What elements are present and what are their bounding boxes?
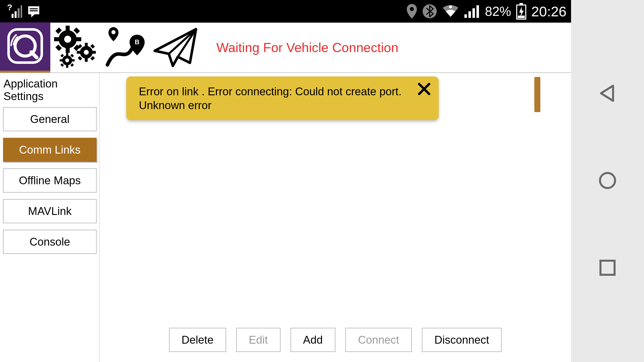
svg-rect-42 — [90, 44, 95, 49]
svg-point-44 — [65, 58, 69, 62]
svg-rect-46 — [66, 65, 68, 68]
svg-text:B: B — [135, 38, 140, 46]
sidebar-item-general[interactable]: General — [3, 107, 97, 131]
svg-rect-37 — [77, 51, 80, 54]
sidebar-item-label: Console — [29, 236, 70, 248]
gears-icon — [52, 26, 99, 69]
svg-marker-19 — [519, 7, 524, 17]
svg-rect-48 — [72, 59, 75, 62]
svg-line-22 — [31, 52, 37, 58]
sidebar-item-label: MAVLink — [28, 205, 72, 217]
settings-sidebar: Application Settings General Comm Links … — [0, 73, 100, 362]
sidebar-item-label: General — [30, 113, 70, 125]
svg-rect-18 — [518, 16, 525, 18]
error-alert-message: Error on link . Error connecting: Could … — [139, 84, 406, 112]
svg-rect-27 — [54, 37, 59, 41]
content-area: Error on link . Error connecting: Could … — [100, 73, 571, 362]
button-label: Connect — [358, 334, 399, 346]
cell-signal-icon — [464, 4, 480, 18]
sidebar-item-offline-maps[interactable]: Offline Maps — [3, 168, 97, 193]
button-label: Add — [303, 334, 323, 346]
battery-percent-label: 82% — [485, 4, 511, 19]
clock-label: 20:26 — [531, 3, 567, 20]
edit-button[interactable]: Edit — [236, 328, 280, 352]
svg-rect-49 — [60, 54, 64, 57]
svg-rect-7 — [30, 8, 38, 9]
svg-marker-6 — [31, 14, 35, 17]
disconnect-button[interactable]: Disconnect — [422, 328, 502, 352]
sidebar-item-comm-links[interactable]: Comm Links — [3, 138, 97, 162]
svg-rect-15 — [476, 5, 479, 18]
wifi-icon — [442, 4, 459, 18]
fly-button[interactable] — [151, 22, 201, 73]
svg-marker-60 — [601, 86, 613, 101]
app-toolbar: A B Waiting For Vehicle Connection — [0, 23, 571, 73]
nav-back-button[interactable] — [595, 81, 620, 106]
location-icon — [406, 4, 418, 19]
comm-link-entry[interactable] — [534, 77, 540, 112]
android-nav-bar — [571, 0, 644, 362]
battery-charging-icon — [516, 3, 527, 20]
sidebar-item-mavlink[interactable]: MAVLink — [3, 199, 97, 223]
svg-rect-13 — [468, 11, 471, 18]
sidebar-item-console[interactable]: Console — [3, 230, 97, 254]
unknown-signal-icon: ? — [5, 4, 22, 19]
waypoints-icon: A B — [102, 26, 150, 69]
back-triangle-icon — [597, 83, 618, 104]
nav-recent-button[interactable] — [595, 256, 620, 281]
svg-rect-36 — [85, 58, 88, 62]
svg-point-24 — [64, 36, 71, 43]
svg-rect-2 — [15, 11, 17, 18]
svg-rect-29 — [55, 27, 62, 34]
svg-rect-26 — [66, 48, 70, 53]
svg-rect-40 — [90, 56, 95, 61]
svg-point-61 — [600, 173, 615, 188]
android-status-bar: ? — [0, 0, 571, 23]
add-button[interactable]: Add — [291, 328, 335, 352]
qgc-logo-icon — [5, 26, 45, 67]
connect-button[interactable]: Connect — [345, 328, 412, 352]
svg-rect-14 — [472, 8, 475, 18]
bluetooth-icon — [422, 4, 437, 19]
svg-point-34 — [84, 50, 89, 55]
chat-notification-icon — [27, 4, 41, 18]
svg-rect-45 — [66, 53, 68, 56]
button-label: Disconnect — [434, 334, 489, 346]
svg-rect-28 — [76, 37, 81, 41]
connection-status-label: Waiting For Vehicle Connection — [216, 40, 398, 55]
svg-rect-1 — [12, 14, 14, 18]
svg-rect-4 — [21, 5, 22, 18]
svg-rect-62 — [600, 261, 615, 275]
svg-rect-8 — [30, 10, 38, 11]
sidebar-item-label: Offline Maps — [19, 174, 81, 187]
button-label: Delete — [182, 334, 214, 346]
svg-rect-50 — [70, 63, 74, 67]
paper-plane-icon — [152, 26, 200, 69]
svg-rect-35 — [85, 43, 88, 46]
svg-point-11 — [449, 5, 452, 8]
svg-rect-25 — [66, 26, 70, 31]
setup-button[interactable] — [50, 22, 101, 73]
error-alert: Error on link . Error connecting: Could … — [126, 76, 439, 120]
svg-rect-3 — [18, 8, 20, 18]
svg-rect-41 — [78, 56, 82, 61]
button-label: Edit — [249, 334, 268, 346]
recent-square-icon — [597, 258, 618, 279]
svg-rect-38 — [92, 51, 96, 54]
close-icon — [417, 93, 431, 97]
svg-text:A: A — [112, 30, 115, 35]
sidebar-title: Application Settings — [4, 77, 96, 103]
home-circle-icon — [597, 170, 618, 192]
svg-rect-12 — [464, 14, 467, 18]
plan-button[interactable]: A B — [101, 22, 151, 73]
delete-button[interactable]: Delete — [169, 328, 226, 352]
alert-close-button[interactable] — [417, 82, 431, 97]
app-logo-button[interactable] — [0, 22, 50, 73]
svg-rect-51 — [60, 63, 64, 67]
action-button-row: Delete Edit Add Connect Disconnect — [100, 328, 571, 352]
sidebar-item-label: Comm Links — [19, 144, 81, 156]
svg-rect-52 — [70, 54, 74, 57]
nav-home-button[interactable] — [595, 168, 620, 194]
svg-rect-31 — [55, 44, 62, 51]
svg-rect-32 — [73, 27, 80, 34]
